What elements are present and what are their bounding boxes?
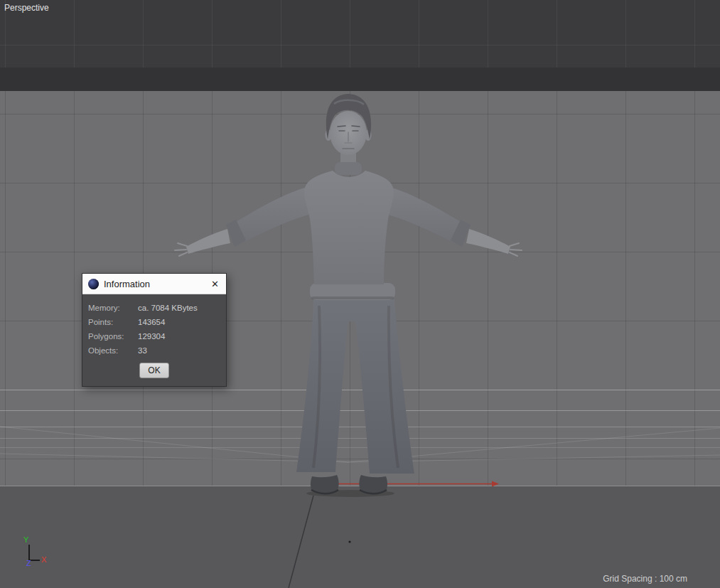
dialog-body: Memory: ca. 7084 KBytes Points: 143654 P… xyxy=(82,294,226,386)
stat-label: Memory: xyxy=(88,304,138,312)
character-model[interactable] xyxy=(175,94,522,497)
view-mode-label[interactable]: Perspective xyxy=(4,3,49,13)
stat-label: Polygons: xyxy=(88,332,138,341)
x-axis-label: X xyxy=(41,555,46,564)
stat-value: ca. 7084 KBytes xyxy=(138,304,198,312)
scene-origin-dot xyxy=(348,540,350,542)
ok-button[interactable]: OK xyxy=(139,363,169,378)
stat-row-objects: Objects: 33 xyxy=(88,343,220,358)
grid-spacing-label: Grid Spacing : 100 cm xyxy=(603,574,687,584)
stat-label: Objects: xyxy=(88,346,138,355)
dialog-titlebar[interactable]: Information ✕ xyxy=(82,274,226,294)
world-x-axis xyxy=(311,481,499,487)
stat-row-points: Points: 143654 xyxy=(88,315,220,329)
cinema4d-icon xyxy=(88,279,99,289)
stat-row-polygons: Polygons: 129304 xyxy=(88,329,220,343)
y-axis-label: Y xyxy=(23,535,28,544)
axis-gizmo: Y Z X xyxy=(10,535,61,577)
viewport-3d[interactable]: Perspective Grid Spacing : 100 cm Y Z X … xyxy=(0,0,720,588)
stat-value: 33 xyxy=(138,346,147,355)
sweater-hem xyxy=(310,283,395,300)
close-icon[interactable]: ✕ xyxy=(210,279,220,289)
information-dialog: Information ✕ Memory: ca. 7084 KBytes Po… xyxy=(82,273,227,387)
world-vertical-axis xyxy=(289,496,313,588)
stat-row-memory: Memory: ca. 7084 KBytes xyxy=(88,301,220,315)
stat-value: 129304 xyxy=(138,332,165,341)
stat-label: Points: xyxy=(88,318,138,326)
collar xyxy=(335,162,362,175)
torso xyxy=(304,171,394,284)
y-axis-line xyxy=(28,545,30,560)
dialog-title: Information xyxy=(104,279,205,289)
stat-value: 143654 xyxy=(138,318,165,326)
floor-perspective-grid xyxy=(0,390,720,463)
z-axis-label: Z xyxy=(26,559,31,567)
